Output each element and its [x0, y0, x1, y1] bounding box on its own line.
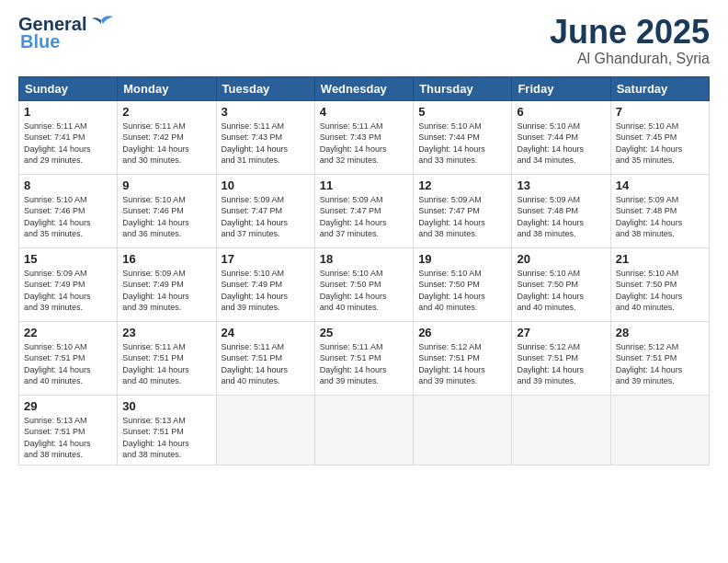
day-info: Sunrise: 5:12 AM Sunset: 7:51 PM Dayligh… — [616, 341, 704, 387]
day-number: 21 — [616, 252, 704, 266]
table-row: 27Sunrise: 5:12 AM Sunset: 7:51 PM Dayli… — [512, 321, 610, 395]
col-header-tuesday: Tuesday — [216, 76, 314, 100]
table-row: 23Sunrise: 5:11 AM Sunset: 7:51 PM Dayli… — [118, 321, 216, 395]
day-number: 10 — [222, 178, 310, 192]
day-number: 1 — [24, 105, 112, 119]
day-number: 2 — [122, 105, 210, 119]
day-number: 22 — [24, 326, 112, 339]
table-row: 21Sunrise: 5:10 AM Sunset: 7:50 PM Dayli… — [610, 247, 709, 321]
table-row: 13Sunrise: 5:09 AM Sunset: 7:48 PM Dayli… — [512, 174, 610, 247]
day-number: 9 — [122, 178, 210, 192]
table-row: 19Sunrise: 5:10 AM Sunset: 7:50 PM Dayli… — [414, 247, 512, 321]
day-number: 3 — [222, 105, 310, 119]
day-info: Sunrise: 5:12 AM Sunset: 7:51 PM Dayligh… — [517, 341, 605, 387]
day-info: Sunrise: 5:09 AM Sunset: 7:48 PM Dayligh… — [616, 194, 704, 240]
day-number: 15 — [24, 252, 112, 266]
day-info: Sunrise: 5:11 AM Sunset: 7:43 PM Dayligh… — [320, 121, 408, 167]
table-row: 1Sunrise: 5:11 AM Sunset: 7:41 PM Daylig… — [19, 100, 118, 174]
day-number: 27 — [517, 326, 605, 339]
day-info: Sunrise: 5:10 AM Sunset: 7:44 PM Dayligh… — [418, 121, 506, 167]
day-info: Sunrise: 5:10 AM Sunset: 7:49 PM Dayligh… — [222, 268, 310, 314]
col-header-friday: Friday — [512, 76, 610, 100]
day-info: Sunrise: 5:11 AM Sunset: 7:51 PM Dayligh… — [122, 341, 210, 387]
day-number: 14 — [616, 178, 704, 192]
day-number: 8 — [24, 178, 112, 192]
day-info: Sunrise: 5:09 AM Sunset: 7:49 PM Dayligh… — [24, 268, 112, 314]
table-row: 6Sunrise: 5:10 AM Sunset: 7:44 PM Daylig… — [512, 100, 610, 174]
table-row: 2Sunrise: 5:11 AM Sunset: 7:42 PM Daylig… — [118, 100, 216, 174]
table-row: 20Sunrise: 5:10 AM Sunset: 7:50 PM Dayli… — [512, 247, 610, 321]
day-info: Sunrise: 5:09 AM Sunset: 7:47 PM Dayligh… — [222, 194, 310, 240]
calendar: SundayMondayTuesdayWednesdayThursdayFrid… — [18, 76, 710, 465]
day-info: Sunrise: 5:09 AM Sunset: 7:47 PM Dayligh… — [320, 194, 408, 240]
table-row: 24Sunrise: 5:11 AM Sunset: 7:51 PM Dayli… — [216, 321, 314, 395]
day-info: Sunrise: 5:11 AM Sunset: 7:42 PM Dayligh… — [122, 121, 210, 167]
table-row: 7Sunrise: 5:10 AM Sunset: 7:45 PM Daylig… — [610, 100, 709, 174]
day-number: 16 — [122, 252, 210, 266]
table-row — [512, 395, 610, 465]
col-header-thursday: Thursday — [414, 76, 512, 100]
table-row: 8Sunrise: 5:10 AM Sunset: 7:46 PM Daylig… — [19, 174, 118, 247]
day-number: 18 — [320, 252, 408, 266]
location: Al Ghandurah, Syria — [550, 51, 710, 67]
table-row: 30Sunrise: 5:13 AM Sunset: 7:51 PM Dayli… — [118, 395, 216, 465]
table-row: 16Sunrise: 5:09 AM Sunset: 7:49 PM Dayli… — [118, 247, 216, 321]
table-row: 15Sunrise: 5:09 AM Sunset: 7:49 PM Dayli… — [19, 247, 118, 321]
table-row: 26Sunrise: 5:12 AM Sunset: 7:51 PM Dayli… — [414, 321, 512, 395]
table-row: 3Sunrise: 5:11 AM Sunset: 7:43 PM Daylig… — [216, 100, 314, 174]
table-row: 25Sunrise: 5:11 AM Sunset: 7:51 PM Dayli… — [314, 321, 413, 395]
day-info: Sunrise: 5:09 AM Sunset: 7:47 PM Dayligh… — [418, 194, 506, 240]
day-number: 7 — [616, 105, 704, 119]
day-info: Sunrise: 5:10 AM Sunset: 7:50 PM Dayligh… — [320, 268, 408, 314]
day-info: Sunrise: 5:10 AM Sunset: 7:50 PM Dayligh… — [418, 268, 506, 314]
table-row — [414, 395, 512, 465]
table-row: 5Sunrise: 5:10 AM Sunset: 7:44 PM Daylig… — [414, 100, 512, 174]
day-info: Sunrise: 5:10 AM Sunset: 7:50 PM Dayligh… — [616, 268, 704, 314]
day-info: Sunrise: 5:12 AM Sunset: 7:51 PM Dayligh… — [418, 341, 506, 387]
table-row: 14Sunrise: 5:09 AM Sunset: 7:48 PM Dayli… — [610, 174, 709, 247]
logo-blue: Blue — [20, 31, 60, 52]
day-info: Sunrise: 5:10 AM Sunset: 7:51 PM Dayligh… — [24, 341, 112, 387]
day-info: Sunrise: 5:11 AM Sunset: 7:51 PM Dayligh… — [222, 341, 310, 387]
day-info: Sunrise: 5:11 AM Sunset: 7:41 PM Dayligh… — [24, 121, 112, 167]
table-row: 18Sunrise: 5:10 AM Sunset: 7:50 PM Dayli… — [314, 247, 413, 321]
day-info: Sunrise: 5:10 AM Sunset: 7:50 PM Dayligh… — [517, 268, 605, 314]
table-row: 4Sunrise: 5:11 AM Sunset: 7:43 PM Daylig… — [314, 100, 413, 174]
day-info: Sunrise: 5:10 AM Sunset: 7:46 PM Dayligh… — [122, 194, 210, 240]
day-number: 25 — [320, 326, 408, 339]
day-number: 17 — [222, 252, 310, 266]
day-number: 23 — [122, 326, 210, 339]
day-number: 20 — [517, 252, 605, 266]
day-number: 29 — [24, 399, 112, 413]
title-block: June 2025 Al Ghandurah, Syria — [550, 14, 710, 67]
day-number: 12 — [418, 178, 506, 192]
day-number: 5 — [418, 105, 506, 119]
col-header-wednesday: Wednesday — [314, 76, 413, 100]
day-info: Sunrise: 5:13 AM Sunset: 7:51 PM Dayligh… — [122, 415, 210, 461]
day-info: Sunrise: 5:11 AM Sunset: 7:51 PM Dayligh… — [320, 341, 408, 387]
day-number: 28 — [616, 326, 704, 339]
table-row — [216, 395, 314, 465]
day-number: 26 — [418, 326, 506, 339]
day-info: Sunrise: 5:09 AM Sunset: 7:49 PM Dayligh… — [122, 268, 210, 314]
day-number: 24 — [222, 326, 310, 339]
day-number: 30 — [122, 399, 210, 413]
month-title: June 2025 — [550, 14, 710, 51]
col-header-saturday: Saturday — [610, 76, 709, 100]
day-info: Sunrise: 5:11 AM Sunset: 7:43 PM Dayligh… — [222, 121, 310, 167]
day-number: 11 — [320, 178, 408, 192]
table-row: 11Sunrise: 5:09 AM Sunset: 7:47 PM Dayli… — [314, 174, 413, 247]
col-header-sunday: Sunday — [19, 76, 118, 100]
day-number: 19 — [418, 252, 506, 266]
table-row: 22Sunrise: 5:10 AM Sunset: 7:51 PM Dayli… — [19, 321, 118, 395]
day-info: Sunrise: 5:10 AM Sunset: 7:46 PM Dayligh… — [24, 194, 112, 240]
table-row: 17Sunrise: 5:10 AM Sunset: 7:49 PM Dayli… — [216, 247, 314, 321]
day-info: Sunrise: 5:09 AM Sunset: 7:48 PM Dayligh… — [517, 194, 605, 240]
table-row: 12Sunrise: 5:09 AM Sunset: 7:47 PM Dayli… — [414, 174, 512, 247]
table-row: 9Sunrise: 5:10 AM Sunset: 7:46 PM Daylig… — [118, 174, 216, 247]
logo: General Blue — [18, 14, 114, 52]
col-header-monday: Monday — [118, 76, 216, 100]
table-row: 10Sunrise: 5:09 AM Sunset: 7:47 PM Dayli… — [216, 174, 314, 247]
table-row — [314, 395, 413, 465]
day-number: 4 — [320, 105, 408, 119]
